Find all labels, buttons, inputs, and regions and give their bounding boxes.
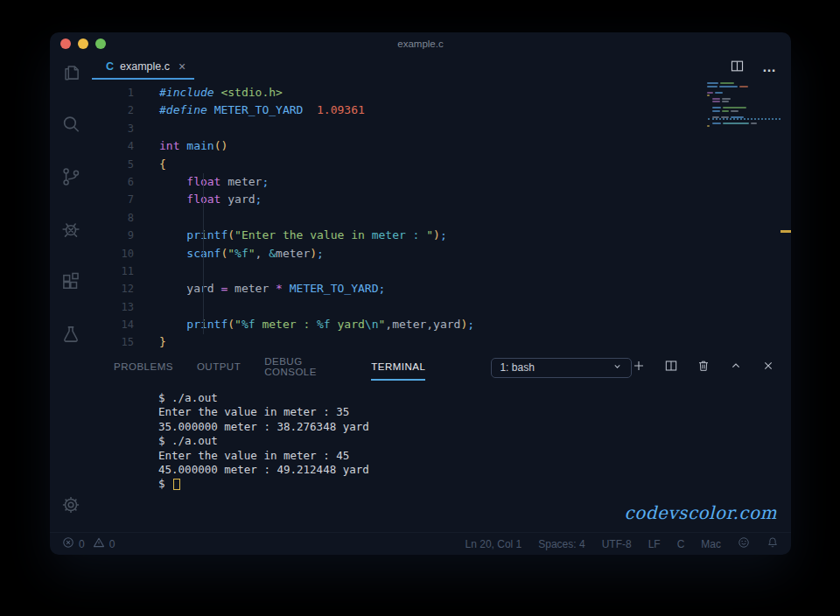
- status-bar: 0 0 Ln 20, Col 1Spaces: 4UTF-8LFCMac: [50, 532, 791, 555]
- error-count: 0: [79, 538, 85, 550]
- title-bar[interactable]: example.c: [50, 32, 791, 55]
- panel-tab-terminal[interactable]: TERMINAL: [371, 354, 425, 381]
- code-text: float yard;: [134, 191, 262, 208]
- terminal-cursor: [173, 479, 180, 490]
- indent-guide: [203, 173, 204, 334]
- error-icon: [62, 536, 74, 551]
- activity-bar: [50, 55, 92, 532]
- line-number: 1: [92, 84, 134, 102]
- status-item-c[interactable]: C: [677, 538, 685, 550]
- test-beaker-icon[interactable]: [60, 323, 82, 346]
- minimap-separator: [708, 118, 780, 120]
- panel-tab-bar: PROBLEMSOUTPUTDEBUG CONSOLETERMINAL 1: b…: [92, 354, 791, 381]
- code-text: scanf("%f", &meter);: [134, 245, 324, 262]
- code-line[interactable]: 8: [92, 209, 791, 227]
- window-title: example.c: [50, 38, 791, 49]
- line-number: 4: [92, 137, 134, 155]
- code-line[interactable]: 11: [92, 262, 791, 280]
- shell-dropdown-label: 1: bash: [500, 361, 534, 374]
- status-item-ln-20-col-1[interactable]: Ln 20, Col 1: [466, 538, 522, 550]
- minimize-window-button[interactable]: [78, 38, 88, 49]
- notifications-bell-icon[interactable]: [766, 536, 779, 551]
- warning-icon: [93, 536, 105, 551]
- terminal-line: $ ./a.out: [158, 434, 791, 448]
- line-number: 12: [92, 280, 134, 298]
- code-text: [134, 298, 159, 316]
- chevron-down-icon: [612, 360, 623, 374]
- split-terminal-icon[interactable]: [664, 359, 678, 376]
- tab-example-c[interactable]: C example.c ×: [92, 55, 194, 80]
- line-number: 15: [92, 333, 134, 351]
- zoom-window-button[interactable]: [95, 38, 106, 49]
- code-text: {: [134, 156, 166, 173]
- split-editor-icon[interactable]: [730, 59, 745, 77]
- line-number: 9: [92, 227, 134, 244]
- tab-close-icon[interactable]: ×: [178, 60, 186, 73]
- status-item-lf[interactable]: LF: [648, 538, 661, 550]
- code-line[interactable]: 6 float meter;: [92, 173, 791, 191]
- line-number: 3: [92, 120, 134, 137]
- close-window-button[interactable]: [60, 38, 71, 49]
- code-line[interactable]: 12 yard = meter * METER_TO_YARD;: [92, 280, 791, 298]
- status-item-utf-8[interactable]: UTF-8: [602, 538, 632, 550]
- line-number: 5: [92, 156, 134, 173]
- line-number: 11: [92, 262, 134, 280]
- code-line[interactable]: 5{: [92, 156, 791, 173]
- status-item-spaces-4[interactable]: Spaces: 4: [538, 538, 584, 550]
- line-number: 2: [92, 102, 134, 119]
- status-item-mac[interactable]: Mac: [701, 538, 721, 550]
- terminal-line: $ ./a.out: [158, 391, 791, 405]
- code-line[interactable]: 2#define METER_TO_YARD 1.09361: [92, 102, 791, 119]
- code-text: [134, 209, 159, 227]
- source-control-icon[interactable]: [60, 165, 82, 188]
- explorer-icon[interactable]: [60, 60, 82, 83]
- code-text: yard = meter * METER_TO_YARD;: [134, 280, 385, 298]
- code-line[interactable]: 1#include <stdio.h>: [92, 84, 791, 102]
- code-line[interactable]: 4int main(): [92, 137, 791, 155]
- code-text: [134, 262, 159, 280]
- code-line[interactable]: 14 printf("%f meter : %f yard\n",meter,y…: [92, 316, 791, 333]
- code-line[interactable]: 15}: [92, 333, 791, 351]
- code-line[interactable]: 13: [92, 298, 791, 316]
- code-text: float meter;: [134, 173, 269, 191]
- watermark: codevscolor.com: [624, 502, 777, 523]
- panel-tab-debug-console[interactable]: DEBUG CONSOLE: [264, 354, 335, 381]
- code-line[interactable]: 10 scanf("%f", &meter);: [92, 245, 791, 262]
- line-number: 13: [92, 298, 134, 316]
- search-icon[interactable]: [60, 113, 82, 136]
- line-number: 14: [92, 316, 134, 333]
- more-actions-icon[interactable]: …: [762, 60, 777, 75]
- terminal-line: Enter the value in meter : 35: [158, 405, 791, 419]
- kill-terminal-trash-icon[interactable]: [696, 359, 710, 376]
- extensions-icon[interactable]: [60, 270, 82, 293]
- panel-tabs-container: PROBLEMSOUTPUTDEBUG CONSOLETERMINAL: [114, 354, 449, 381]
- code-line[interactable]: 3: [92, 120, 791, 137]
- terminal-line: 35.000000 meter : 38.276348 yard: [158, 420, 791, 434]
- minimap[interactable]: [707, 82, 781, 124]
- terminal-line: 45.000000 meter : 49.212448 yard: [158, 463, 791, 477]
- editor-tab-bar: C example.c × …: [92, 55, 791, 80]
- code-editor[interactable]: 1#include <stdio.h>2#define METER_TO_YAR…: [92, 80, 791, 354]
- maximize-panel-chevron-up-icon[interactable]: [729, 359, 743, 376]
- code-line[interactable]: 7 float yard;: [92, 191, 791, 208]
- feedback-smiley-icon[interactable]: [738, 536, 750, 551]
- code-text: }: [134, 333, 166, 351]
- line-number: 10: [92, 245, 134, 262]
- settings-gear-icon[interactable]: [60, 494, 82, 516]
- code-text: printf("Enter the value in meter : ");: [134, 227, 447, 244]
- code-text: int main(): [134, 137, 228, 155]
- problems-status[interactable]: 0 0: [62, 536, 115, 551]
- terminal-shell-dropdown[interactable]: 1: bash: [491, 358, 632, 378]
- tab-label: example.c: [120, 60, 170, 73]
- code-text: printf("%f meter : %f yard\n",meter,yard…: [134, 316, 474, 333]
- overview-ruler-mark: [780, 230, 791, 233]
- close-panel-icon[interactable]: [761, 359, 775, 376]
- panel-tab-problems[interactable]: PROBLEMS: [114, 354, 173, 381]
- debug-icon[interactable]: [60, 218, 82, 241]
- code-text: #define METER_TO_YARD 1.09361: [134, 102, 365, 119]
- panel-tab-output[interactable]: OUTPUT: [197, 354, 241, 381]
- c-language-icon: C: [106, 60, 114, 73]
- line-number: 7: [92, 191, 134, 208]
- code-line[interactable]: 9 printf("Enter the value in meter : ");: [92, 227, 791, 244]
- new-terminal-icon[interactable]: [632, 359, 646, 376]
